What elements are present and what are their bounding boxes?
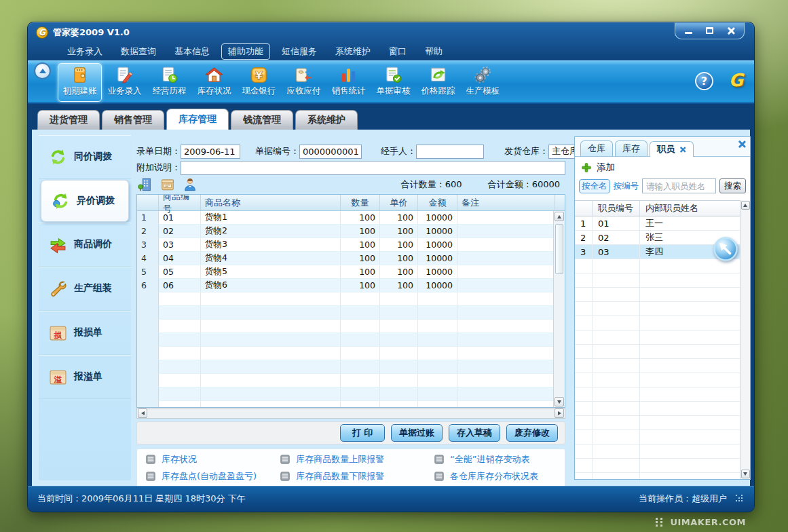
table-row[interactable]: [137, 306, 565, 320]
filter-by-code-button[interactable]: 按编号: [614, 180, 639, 192]
employee-scrollbar[interactable]: [740, 200, 750, 479]
table-row[interactable]: [137, 360, 565, 374]
employee-row[interactable]: [575, 416, 750, 430]
employee-row[interactable]: [575, 473, 750, 479]
scroll-up-button[interactable]: [555, 212, 564, 221]
table-row[interactable]: [137, 374, 565, 387]
sidebar-item[interactable]: 异价调拨: [41, 180, 129, 222]
sidebar-item[interactable]: 同价调拨: [39, 135, 131, 179]
toolbar-button[interactable]: 初期建账: [58, 63, 102, 102]
collapse-toolbar-button[interactable]: [34, 62, 51, 79]
maximize-button[interactable]: [699, 23, 720, 38]
items-horizontal-scrollbar[interactable]: [136, 408, 565, 419]
toolbar-button[interactable]: ¥现金银行: [237, 63, 281, 102]
minimize-button[interactable]: [678, 23, 699, 38]
handler-input[interactable]: [416, 145, 484, 159]
sidebar-item[interactable]: 生产组装: [39, 267, 131, 311]
employee-row[interactable]: [575, 387, 750, 402]
save-draft-button[interactable]: 存入草稿: [449, 424, 500, 442]
quick-link[interactable]: 库存商品数量下限报警: [280, 470, 434, 482]
toolbar-button[interactable]: 价格跟踪: [416, 63, 460, 102]
table-row[interactable]: 606货物610010010000: [137, 279, 565, 292]
toolbar-button[interactable]: 应收应付: [282, 63, 326, 102]
employee-select-icon[interactable]: [183, 177, 198, 192]
menu-item-4[interactable]: 辅助功能: [221, 43, 270, 60]
tab-1[interactable]: 进货管理: [37, 110, 100, 130]
close-button[interactable]: [720, 23, 741, 38]
scroll-thumb[interactable]: [555, 224, 563, 274]
table-row[interactable]: 101货物110010010000: [137, 211, 565, 225]
employee-search-input[interactable]: [642, 178, 716, 193]
sidebar-item[interactable]: 商品调价: [39, 223, 131, 267]
menu-item-7[interactable]: 窗口: [382, 43, 413, 60]
toolbar-button[interactable]: 销售统计: [326, 63, 371, 102]
employee-row[interactable]: [575, 273, 750, 288]
search-button[interactable]: 搜索: [719, 178, 746, 193]
table-row[interactable]: 404货物410010010000: [137, 252, 565, 265]
table-row[interactable]: [137, 387, 565, 401]
goods-select-icon[interactable]: [160, 177, 175, 192]
employee-row[interactable]: [575, 359, 750, 373]
items-vertical-scrollbar[interactable]: [553, 211, 565, 407]
toolbar-button[interactable]: 经营历程: [147, 63, 191, 102]
tab-2[interactable]: 销售管理: [102, 110, 164, 130]
employee-row[interactable]: [575, 444, 750, 459]
tab-5[interactable]: 系统维护: [295, 110, 358, 130]
table-row[interactable]: 505货物510010010000: [137, 265, 565, 279]
scroll-down-button[interactable]: [741, 470, 750, 478]
table-row[interactable]: [137, 347, 565, 360]
tab-3[interactable]: 库存管理: [166, 109, 229, 130]
reference-tab-3[interactable]: 职员: [650, 141, 694, 157]
note-input[interactable]: [181, 161, 565, 175]
doc-no-input[interactable]: [299, 145, 362, 159]
quick-link[interactable]: 库存盘点(自动盘盈盘亏): [145, 470, 280, 482]
help-icon[interactable]: ?: [695, 72, 713, 90]
employee-row[interactable]: [575, 430, 750, 444]
reference-tab-2[interactable]: 库存: [615, 140, 648, 156]
employee-row[interactable]: [575, 373, 750, 387]
table-row[interactable]: [137, 292, 565, 306]
scroll-right-button[interactable]: [555, 408, 564, 418]
scroll-down-button[interactable]: [555, 397, 564, 406]
toolbar-button[interactable]: 业务录入: [102, 63, 147, 102]
tab-close-icon[interactable]: [679, 147, 686, 153]
employee-row[interactable]: [575, 345, 750, 359]
employee-row[interactable]: [575, 302, 750, 316]
table-row[interactable]: [137, 320, 565, 333]
filter-by-name-button[interactable]: 按全名: [579, 179, 610, 193]
menu-item-6[interactable]: 系统维护: [329, 43, 377, 60]
menu-item-5[interactable]: 短信服务: [275, 43, 324, 60]
table-row[interactable]: [137, 401, 565, 408]
employee-row[interactable]: [575, 288, 750, 302]
print-button[interactable]: 打 印: [340, 424, 385, 442]
sidebar-item[interactable]: 溢报溢单: [39, 355, 131, 399]
date-input[interactable]: [181, 145, 240, 159]
menu-item-2[interactable]: 数据查询: [114, 43, 163, 60]
quick-link[interactable]: “全能”进销存变动表: [434, 453, 562, 466]
discard-changes-button[interactable]: 废弃修改: [506, 424, 558, 442]
table-row[interactable]: 202货物210010010000: [137, 225, 565, 238]
sidebar-item[interactable]: 损报损单: [39, 311, 131, 355]
toolbar-button[interactable]: 生产模板: [461, 63, 505, 102]
post-document-button[interactable]: 单据过账: [391, 424, 443, 442]
add-employee-button[interactable]: 添加: [575, 157, 750, 177]
quick-link[interactable]: 库存商品数量上限报警: [280, 453, 434, 466]
panel-close-icon[interactable]: [738, 140, 745, 148]
employee-row[interactable]: [575, 316, 750, 330]
tab-4[interactable]: 钱流管理: [231, 110, 293, 130]
toolbar-button[interactable]: 库存状况: [192, 63, 236, 102]
title-bar[interactable]: G 管家婆2009 V1.0: [28, 22, 754, 43]
menu-item-1[interactable]: 业务录入: [60, 43, 109, 60]
quick-link[interactable]: 库存状况: [145, 453, 280, 466]
menu-item-3[interactable]: 基本信息: [168, 43, 217, 60]
scroll-left-button[interactable]: [138, 408, 147, 418]
table-row[interactable]: [137, 333, 565, 347]
employee-row[interactable]: [575, 330, 750, 345]
menu-item-8[interactable]: 帮助: [418, 43, 449, 60]
toolbar-button[interactable]: 单据审核: [371, 63, 415, 102]
quick-link[interactable]: 各仓库库存分布状况表: [434, 470, 562, 482]
scroll-up-button[interactable]: [741, 201, 750, 210]
reference-tab-1[interactable]: 仓库: [580, 140, 613, 156]
employee-row[interactable]: [575, 459, 750, 473]
employee-row[interactable]: [575, 402, 750, 416]
